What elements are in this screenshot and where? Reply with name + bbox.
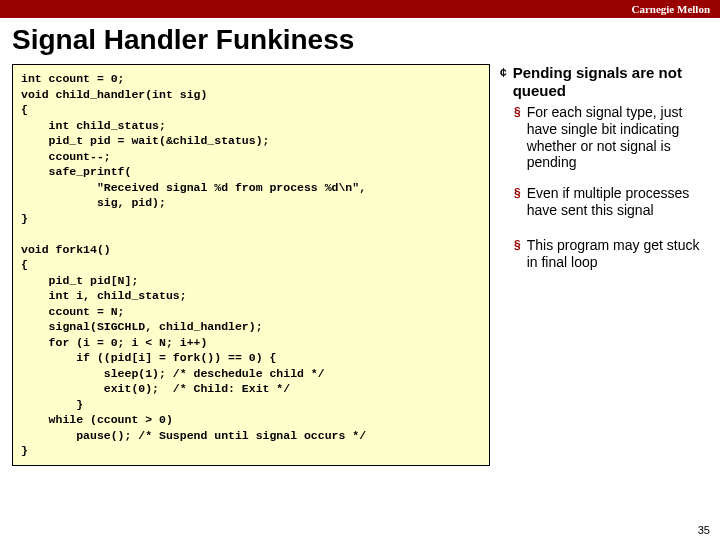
- bullet-l2: § For each signal type, just have single…: [514, 104, 712, 171]
- square-icon: §: [514, 185, 521, 219]
- square-icon: §: [514, 237, 521, 271]
- square-icon: §: [514, 104, 521, 171]
- bullet-l2-text: This program may get stuck in final loop: [527, 237, 712, 271]
- bullet-panel: ¢ Pending signals are not queued § For e…: [500, 64, 712, 466]
- code-block: int ccount = 0; void child_handler(int s…: [12, 64, 490, 466]
- bullet-l2-text: For each signal type, just have single b…: [527, 104, 712, 171]
- bullet-l2: § This program may get stuck in final lo…: [514, 237, 712, 271]
- content-row: int ccount = 0; void child_handler(int s…: [0, 64, 720, 466]
- bullet-l1-text: Pending signals are not queued: [513, 64, 712, 100]
- page-number: 35: [698, 524, 710, 536]
- bullet-l1: ¢ Pending signals are not queued: [500, 64, 712, 100]
- bullet-l2: § Even if multiple processes have sent t…: [514, 185, 712, 219]
- slide-title: Signal Handler Funkiness: [0, 18, 720, 64]
- brand-label: Carnegie Mellon: [631, 3, 710, 15]
- header-bar: Carnegie Mellon: [0, 0, 720, 18]
- bullet-l2-text: Even if multiple processes have sent thi…: [527, 185, 712, 219]
- circle-icon: ¢: [500, 64, 507, 100]
